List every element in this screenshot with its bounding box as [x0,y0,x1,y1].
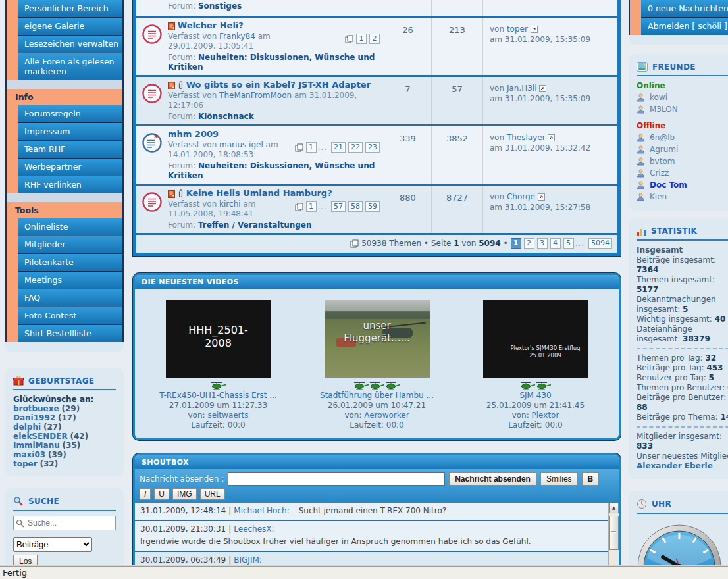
video-uploader-link[interactable]: seitwaerts [207,411,248,420]
birthday-user-link[interactable]: Dani1992 [13,413,55,422]
video-thumbnail[interactable]: HHH_2501-2008 [166,300,271,378]
video-thumbnail[interactable]: Plextor's SJM430 Erstflug25.01.2009 [483,300,588,378]
sidebar-item-shirt-bestellliste[interactable]: Shirt-Bestellliste [18,324,122,342]
sidebar-item-faq[interactable]: FAQ [18,289,122,307]
shout-user-link[interactable]: BIGJIM: [234,555,262,565]
goto-last-post-icon[interactable] [538,192,545,201]
friend-link[interactable]: Agrumi [650,145,678,154]
friend-link[interactable]: bvtom [650,157,675,166]
topic-page-link[interactable]: 22 [348,142,363,153]
last-post-user-link[interactable]: Jan.H3li [507,84,537,93]
sidebar-item-foto-contest[interactable]: Foto Contest [18,307,122,324]
sidebar-item-eigene-galerie[interactable]: eigene Galerie [18,17,122,35]
sidebar-item-onlineliste[interactable]: Onlineliste [18,218,122,236]
sidebar-item-neue-nachrichten[interactable]: 0 neue Nachrichten [641,0,728,17]
sidebar-item-abmelden[interactable]: Abmelden [ schöli ] [641,17,728,35]
pagination-page-link[interactable]: 5 [563,238,574,249]
birthday-user-link[interactable]: ImmiManu [13,441,60,450]
topic-title-link[interactable]: mhm 2009 [168,129,219,139]
birthday-user-link[interactable]: elekSENDER [13,432,68,441]
sidebar-item-mitglieder[interactable]: Mitglieder [18,236,122,253]
topic-page-link[interactable]: 58 [348,201,363,212]
shout-message-input[interactable] [228,472,445,486]
topic-author-link[interactable]: marius igel [219,140,263,149]
topic-page-link[interactable]: 1 [306,142,317,153]
svg-text:*: * [154,132,159,142]
topic-title-link[interactable]: Keine Helis Umland Hamburg? [186,188,332,198]
topic-author-link[interactable]: kirchi [219,199,241,209]
video-uploader-link[interactable]: Aeroworker [364,411,409,420]
video-title-link[interactable]: T-REx450-UH1-Chassis Erst ... [159,391,277,400]
friend-link[interactable]: M3LON [650,105,678,114]
friend-link[interactable]: 6n@lb [650,133,675,142]
sidebar-item-alle-foren-gelesen[interactable]: Alle Foren als gelesen markieren [18,53,122,80]
search-go-button[interactable]: Los [13,555,38,568]
topic-page-link[interactable]: 23 [365,142,380,153]
search-input[interactable] [13,516,116,530]
video-title-link[interactable]: SJM 430 [519,391,551,400]
shout-user-link[interactable]: Michael Hoch: [234,506,289,515]
goto-last-post-icon[interactable] [531,24,538,34]
video-uploader-link[interactable]: Plextor [532,411,559,420]
video-thumbnail[interactable]: unserFluggerät...... [325,300,430,378]
goto-last-post-icon[interactable] [548,133,555,142]
underline-button[interactable]: U [154,488,169,500]
video-title-link[interactable]: Stadtführung über Hambu ... [320,391,434,400]
friend-link[interactable]: Doc Tom [650,180,687,189]
last-post-user-link[interactable]: Chorge [507,192,535,201]
scrollbar-thumb[interactable] [609,516,619,550]
url-button[interactable]: URL [200,488,225,500]
pagination-page-link[interactable]: 5094 [588,238,612,249]
views-count: 57 [431,77,482,124]
topic-forum-link[interactable]: Klönschnack [198,112,254,121]
topic-page-link[interactable]: 59 [365,201,380,212]
sidebar-item-forumsregeln[interactable]: Forumsregeln [18,105,122,122]
friend-link[interactable]: Kien [650,192,667,201]
last-post-user-link[interactable]: toper [507,24,528,34]
last-post-user-link[interactable]: Theslayer [507,133,546,142]
sidebar-item-persoenlicher-bereich[interactable]: Persönlicher Bereich [18,0,122,17]
topic-forum-link[interactable]: Treffen / Veranstaltungen [198,220,312,230]
topic-author-link[interactable]: TheManFromMoon [219,91,292,100]
topic-page-link[interactable]: 1 [356,34,367,44]
topic-forum-link[interactable]: Neuheiten: Diskussionen, Wünsche und Kri… [168,53,375,72]
topic-page-link[interactable]: 57 [331,201,346,212]
topic-title-link[interactable]: Wo gibts so ein Kabel? JST-XH Adapter [186,80,371,89]
search-category-select[interactable]: Beiträge [13,537,92,552]
friend-link[interactable]: Crizz [650,168,669,178]
bold-button[interactable]: B [582,472,600,486]
img-button[interactable]: IMG [172,488,197,500]
birthday-user-link[interactable]: delphi [13,422,41,432]
pagination-page-link[interactable]: 3 [537,238,548,249]
pagination-page-current[interactable]: 1 [511,238,521,249]
pagination-page-link[interactable]: 2 [524,238,534,249]
sidebar-item-meetings[interactable]: Meetings [18,271,122,289]
topic-author-link[interactable]: Franky84 [219,32,255,41]
friend-link[interactable]: kowi [650,93,667,102]
newest-member-link[interactable]: Alexander Eberle [637,461,713,470]
shout-user-link[interactable]: LeechesX: [234,524,274,534]
smilies-button[interactable]: Smilies [540,472,578,486]
topic-page-link[interactable]: 21 [331,142,346,153]
sidebar-item-team-rhf[interactable]: Team RHF [18,140,122,158]
sidebar-item-impressum[interactable]: Impressum [18,122,122,140]
topic-forum-link[interactable]: Sonstiges [198,1,242,11]
topic-forum-link[interactable]: Neuheiten: Diskussionen, Wünsche und Kri… [168,161,375,180]
topic-page-link[interactable]: 1 [306,201,317,212]
sidebar-item-pilotenkarte[interactable]: Pilotenkarte [18,253,122,271]
sidebar-item-rhf-verlinken[interactable]: RHF verlinken [18,176,122,193]
scrollbar-up-button[interactable]: ▲ [609,503,619,513]
birthday-user-link[interactable]: toper [13,459,38,468]
italic-button[interactable]: I [140,488,151,500]
birthday-user-link[interactable]: maxi03 [13,450,45,459]
goto-last-post-icon[interactable] [539,84,546,93]
birthday-user-link[interactable]: brotbuexe [13,404,59,413]
friend-item: 6n@lb [637,132,728,143]
send-message-button[interactable]: Nachricht absenden [449,472,536,486]
topic-title-link[interactable]: Welcher Heli? [178,20,244,30]
pagination-page-link[interactable]: 4 [550,238,561,249]
topic-page-link[interactable]: 2 [369,34,380,44]
sidebar-item-werbepartner[interactable]: Werbepartner [18,158,122,176]
shoutbox-title: SHOUTBOX [135,455,619,469]
sidebar-item-lesezeichen[interactable]: Lesezeichen verwalten [18,35,122,53]
